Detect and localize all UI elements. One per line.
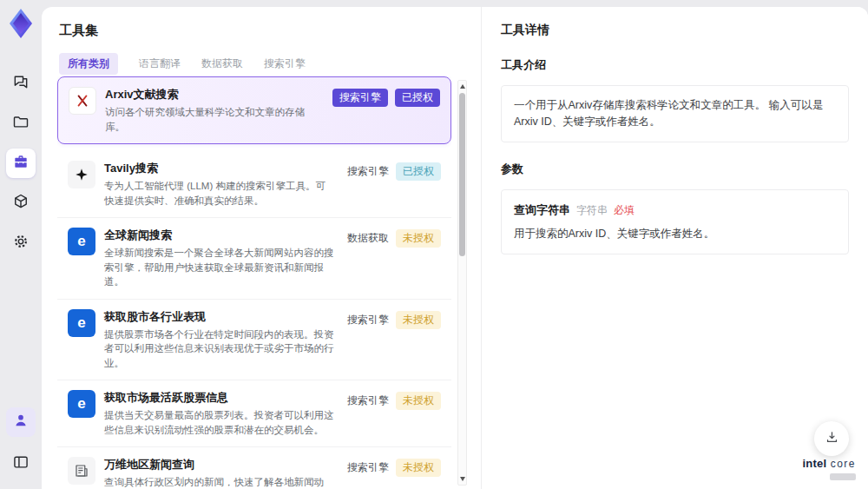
panel-toggle-icon <box>12 453 30 474</box>
tool-card-tavily[interactable]: Tavily搜索 专为人工智能代理 (LLM) 构建的搜索引擎工具。可快速提供实… <box>57 151 451 218</box>
tool-description: 查询具体行政区划内的新闻，快速了解各地新闻动态。 <box>104 475 334 489</box>
tool-info: 获取市场最活跃股票信息 提供当天交易量最高的股票列表。投资者可以利用这些信息来识… <box>95 390 347 437</box>
tool-description: 专为人工智能代理 (LLM) 构建的搜索引擎工具。可快速提供实时、准确和真实的结… <box>104 179 334 208</box>
param-box: 查询字符串 字符串 必填 用于搜索的Arxiv ID、关键字或作者姓名。 <box>501 189 849 254</box>
main-card: 工具集 所有类别 语言翻译 数据获取 搜索引擎 Arxiv文献搜索 访问各个研究… <box>42 7 868 489</box>
intel-wordmark: intel <box>802 457 826 470</box>
stock-search-icon: e <box>68 309 95 337</box>
download-icon <box>825 430 839 448</box>
intro-box: 一个用于从Arxiv存储库搜索科学论文和文章的工具。 输入可以是Arxiv ID… <box>501 85 849 142</box>
tool-tags: 搜索引擎 已授权 <box>332 89 440 107</box>
scroll-up-arrow-icon[interactable] <box>460 84 465 89</box>
cube-icon <box>12 193 30 214</box>
tool-list: Arxiv文献搜索 访问各个研究领域大量科学论文和文章的存储库。 搜索引擎 已授… <box>57 76 451 489</box>
newspaper-icon <box>68 457 95 485</box>
core-wordmark: core <box>831 458 856 470</box>
tool-list-panel: 工具集 所有类别 语言翻译 数据获取 搜索引擎 Arxiv文献搜索 访问各个研究… <box>42 7 474 489</box>
tool-name: 全球新闻搜索 <box>104 228 339 243</box>
tool-card-regional-news[interactable]: 万维地区新闻查询 查询具体行政区划内的新闻，快速了解各地新闻动态。 搜索引擎 未… <box>57 447 451 489</box>
tool-info: 获取股市各行业表现 提供股票市场各个行业在特定时间段内的表现。投资者可以利用这些… <box>95 309 347 371</box>
param-description: 用于搜索的Arxiv ID、关键字或作者姓名。 <box>514 226 836 242</box>
param-type: 字符串 <box>576 202 608 219</box>
intel-badge <box>830 473 856 480</box>
tab-search-engine[interactable]: 搜索引擎 <box>264 53 306 75</box>
tool-info: 全球新闻搜索 全球新闻搜索是一个聚合全球各大新闻网站内容的搜索引擎，帮助用户快速… <box>95 228 347 289</box>
tool-info: 万维地区新闻查询 查询具体行政区划内的新闻，快速了解各地新闻动态。 <box>95 457 347 489</box>
tool-name: 获取市场最活跃股票信息 <box>104 390 339 406</box>
tab-all-categories[interactable]: 所有类别 <box>59 53 118 75</box>
tool-name: 获取股市各行业表现 <box>104 309 339 325</box>
tool-card-sector-performance[interactable]: e 获取股市各行业表现 提供股票市场各个行业在特定时间段内的表现。投资者可以利用… <box>57 300 451 381</box>
tool-card-active-stocks[interactable]: e 获取市场最活跃股票信息 提供当天交易量最高的股票列表。投资者可以利用这些信息… <box>57 380 451 447</box>
tool-name: Tavily搜索 <box>104 161 339 176</box>
tool-description: 访问各个研究领域大量科学论文和文章的存储库。 <box>105 105 324 134</box>
category-label: 搜索引擎 <box>347 164 389 179</box>
tool-name: 万维地区新闻查询 <box>104 457 339 472</box>
chat-icon <box>12 73 30 94</box>
category-label: 搜索引擎 <box>347 393 389 408</box>
category-label: 搜索引擎 <box>347 460 389 475</box>
sidebar-item-settings[interactable] <box>6 228 36 258</box>
download-button[interactable] <box>814 421 849 456</box>
tool-tags: 搜索引擎 未授权 <box>347 392 441 410</box>
intel-core-logo: intel core <box>802 457 856 481</box>
tool-card-arxiv[interactable]: Arxiv文献搜索 访问各个研究领域大量科学论文和文章的存储库。 搜索引擎 已授… <box>57 76 451 144</box>
scrollbar-thumb[interactable] <box>459 93 465 256</box>
stock-search-icon: e <box>68 390 95 418</box>
sidebar-item-files[interactable] <box>6 109 36 138</box>
tool-detail-panel: 工具详情 工具介绍 一个用于从Arxiv存储库搜索科学论文和文章的工具。 输入可… <box>481 7 868 489</box>
param-required-badge: 必填 <box>614 202 635 219</box>
param-name: 查询字符串 <box>514 202 570 218</box>
param-header: 查询字符串 字符串 必填 <box>514 202 836 219</box>
tool-info: Tavily搜索 专为人工智能代理 (LLM) 构建的搜索引擎工具。可快速提供实… <box>95 161 347 208</box>
list-scrollbar[interactable] <box>457 80 467 486</box>
sidebar-item-account[interactable] <box>6 407 36 437</box>
category-label: 数据获取 <box>347 231 389 246</box>
sidebar-item-chat[interactable] <box>6 69 36 98</box>
status-badge: 未授权 <box>396 392 441 410</box>
toolbox-icon <box>12 153 30 174</box>
tab-data-fetch[interactable]: 数据获取 <box>201 53 243 75</box>
status-badge: 未授权 <box>396 229 441 248</box>
user-icon <box>12 412 30 433</box>
category-badge: 搜索引擎 <box>332 89 388 107</box>
gear-icon <box>12 233 30 254</box>
tool-tags: 搜索引擎 未授权 <box>347 311 441 329</box>
tool-description: 提供股票市场各个行业在特定时间段内的表现。投资者可以利用这些信息来识别表现优于或… <box>104 327 334 371</box>
category-label: 搜索引擎 <box>347 313 389 327</box>
status-badge: 未授权 <box>396 311 441 329</box>
tab-language-translation[interactable]: 语言翻译 <box>139 53 181 75</box>
category-tabs: 所有类别 语言翻译 数据获取 搜索引擎 <box>59 53 474 75</box>
app-logo <box>7 8 35 39</box>
tool-tags: 搜索引擎 已授权 <box>347 162 441 181</box>
sidebar-item-tools[interactable] <box>6 149 36 178</box>
tool-description: 全球新闻搜索是一个聚合全球各大新闻网站内容的搜索引擎，帮助用户快速获取全球最新资… <box>104 246 334 289</box>
intro-heading: 工具介绍 <box>501 57 849 73</box>
tool-tags: 搜索引擎 未授权 <box>347 459 441 477</box>
arxiv-logo-icon <box>69 87 96 115</box>
tool-tags: 数据获取 未授权 <box>347 229 441 248</box>
tool-card-global-news[interactable]: e 全球新闻搜索 全球新闻搜索是一个聚合全球各大新闻网站内容的搜索引擎，帮助用户… <box>57 218 451 300</box>
tool-info: Arxiv文献搜索 访问各个研究领域大量科学论文和文章的存储库。 <box>96 87 332 134</box>
status-badge: 已授权 <box>395 89 440 107</box>
params-heading: 参数 <box>501 162 849 177</box>
tool-name: Arxiv文献搜索 <box>105 87 324 102</box>
status-badge: 已授权 <box>396 162 441 181</box>
sidebar-item-collapse[interactable] <box>6 449 36 479</box>
news-search-icon: e <box>68 228 95 255</box>
star-icon <box>68 161 95 188</box>
status-badge: 未授权 <box>396 459 441 477</box>
left-rail <box>0 0 42 489</box>
scroll-down-arrow-icon[interactable] <box>460 477 465 481</box>
tool-description: 提供当天交易量最高的股票列表。投资者可以利用这些信息来识别流动性强的股票和潜在的… <box>104 408 334 437</box>
sidebar-item-models[interactable] <box>6 188 36 218</box>
detail-title: 工具详情 <box>501 23 849 38</box>
page-title: 工具集 <box>59 23 474 39</box>
folder-icon <box>12 113 30 134</box>
